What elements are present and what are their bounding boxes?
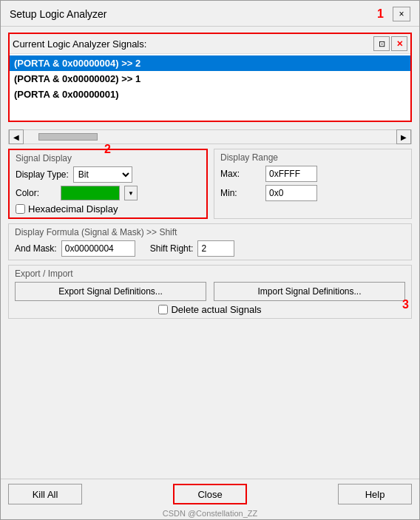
bottom-row: Kill All Close Help <box>1 479 419 509</box>
display-type-label: Display Type: <box>16 169 69 180</box>
export-signal-definitions-button[interactable]: Export Signal Definitions... <box>15 282 206 301</box>
color-row: Color: ▼ <box>16 186 200 200</box>
shift-right-label: Shift Right: <box>150 243 194 254</box>
import-signal-definitions-button[interactable]: Import Signal Definitions... <box>214 282 405 301</box>
signals-header-buttons: ⊡ ✕ <box>373 36 407 51</box>
shift-right-row: Shift Right: <box>150 240 235 257</box>
main-content: Current Logic Analyzer Signals: ⊡ ✕ (POR… <box>1 27 419 479</box>
signals-section: Current Logic Analyzer Signals: ⊡ ✕ (POR… <box>8 33 412 122</box>
close-button[interactable]: Close <box>173 484 247 504</box>
color-preview[interactable] <box>61 186 120 200</box>
and-mask-input[interactable] <box>61 240 135 257</box>
color-label: Color: <box>16 188 56 198</box>
max-label: Max: <box>220 169 261 179</box>
display-type-select[interactable]: Bit Integer Float <box>73 166 132 183</box>
kill-all-button[interactable]: Kill All <box>8 484 82 504</box>
min-input[interactable] <box>265 185 317 201</box>
middle-row: 2 Signal Display Display Type: Bit Integ… <box>8 149 412 219</box>
scroll-thumb[interactable] <box>38 133 98 141</box>
number3-badge: 3 <box>402 298 409 311</box>
color-dropdown-button[interactable]: ▼ <box>124 186 138 200</box>
max-input[interactable] <box>265 166 317 182</box>
signals-label: Current Logic Analyzer Signals: <box>13 38 146 50</box>
title-bar: Setup Logic Analyzer 1 × <box>1 1 419 27</box>
scroll-track <box>38 133 382 141</box>
min-row: Min: <box>220 185 405 201</box>
export-import-section: Export / Import Export Signal Definition… <box>8 265 412 319</box>
scroll-right-button[interactable]: ▶ <box>396 129 411 144</box>
signal-item[interactable]: (PORTA & 0x00000004) >> 2 <box>10 55 410 71</box>
signals-list: (PORTA & 0x00000004) >> 2 (PORTA & 0x000… <box>10 54 410 121</box>
number1-badge: 1 <box>377 7 384 21</box>
and-mask-row: And Mask: <box>15 240 135 257</box>
formula-title: Display Formula (Signal & Mask) >> Shift <box>15 227 405 237</box>
min-label: Min: <box>220 188 261 198</box>
delete-actual-signals-label: Delete actual Signals <box>171 304 261 315</box>
hex-display-label: Hexadecimal Display <box>28 203 118 215</box>
setup-logic-analyzer-window: Setup Logic Analyzer 1 × Current Logic A… <box>0 0 420 520</box>
scroll-left-button[interactable]: ◀ <box>9 129 24 144</box>
display-range-box: Display Range Max: Min: <box>214 149 412 219</box>
formula-section: Display Formula (Signal & Mask) >> Shift… <box>8 223 412 260</box>
delete-row: Delete actual Signals 3 <box>15 304 405 315</box>
select-icon: ⊡ <box>379 39 385 49</box>
horizontal-scrollbar[interactable]: ◀ ▶ <box>8 129 412 144</box>
formula-row: And Mask: Shift Right: <box>15 240 405 257</box>
signal-display-box: Signal Display Display Type: Bit Integer… <box>8 149 208 219</box>
display-type-row: Display Type: Bit Integer Float <box>16 166 200 183</box>
display-range-title: Display Range <box>220 152 405 163</box>
title-bar-controls: 1 × <box>377 7 410 21</box>
export-btn-row: Export Signal Definitions... Import Sign… <box>15 282 405 301</box>
number2-badge: 2 <box>104 143 111 156</box>
delete-signal-button[interactable]: ✕ <box>391 36 407 51</box>
max-row: Max: <box>220 166 405 182</box>
hex-display-checkbox[interactable] <box>16 204 25 214</box>
signals-header: Current Logic Analyzer Signals: ⊡ ✕ <box>10 34 410 54</box>
select-signal-button[interactable]: ⊡ <box>373 36 390 51</box>
hex-display-row: Hexadecimal Display <box>16 203 200 215</box>
window-title: Setup Logic Analyzer <box>10 8 107 20</box>
shift-right-input[interactable] <box>197 240 234 257</box>
and-mask-label: And Mask: <box>15 243 57 254</box>
signal-item[interactable]: (PORTA & 0x00000001) <box>10 87 410 102</box>
watermark: CSDN @Constellation_ZZ <box>1 509 419 519</box>
close-button[interactable]: × <box>393 7 410 21</box>
export-import-title: Export / Import <box>15 269 405 279</box>
help-button[interactable]: Help <box>338 484 412 504</box>
delete-actual-signals-checkbox[interactable] <box>158 305 168 314</box>
signal-item[interactable]: (PORTA & 0x00000002) >> 1 <box>10 71 410 87</box>
delete-icon: ✕ <box>396 39 403 49</box>
